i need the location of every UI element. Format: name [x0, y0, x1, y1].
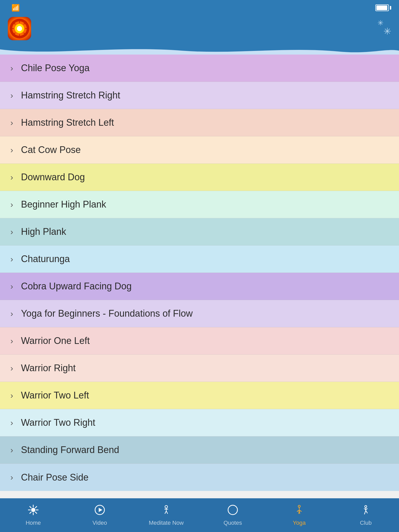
chevron-icon: ›	[10, 172, 13, 182]
item-label: Yoga for Beginners - Foundations of Flow	[21, 308, 193, 319]
tab-video[interactable]: Video	[66, 504, 133, 526]
item-label: Hamstring Stretch Right	[21, 90, 120, 101]
wifi-icon: 📶	[11, 4, 20, 12]
home-label: Home	[26, 520, 41, 526]
tab-bar: Home Video Meditate Now Quotes Yoga Club	[0, 498, 399, 532]
svg-point-23	[165, 506, 168, 508]
status-right	[372, 4, 391, 11]
item-label: Beginner High Plank	[21, 199, 106, 210]
list-item[interactable]: › Chaturunga	[0, 245, 399, 273]
list-item[interactable]: › Standing Forward Bend	[0, 436, 399, 464]
home-icon	[28, 504, 39, 517]
chevron-icon: ›	[10, 254, 13, 264]
list-item[interactable]: › Chile Pose Yoga	[0, 55, 399, 82]
svg-line-17	[30, 506, 31, 508]
header-stars: ✳ ✳	[377, 21, 391, 36]
svg-line-13	[35, 512, 37, 514]
item-label: Chair Pose Side	[21, 472, 89, 483]
chevron-icon: ›	[10, 391, 13, 400]
chevron-icon: ›	[10, 91, 13, 100]
chevron-icon: ›	[10, 418, 13, 428]
item-label: Standing Forward Bend	[21, 444, 119, 455]
list-item[interactable]: › Chair Pose Side	[0, 464, 399, 491]
item-label: Cat Cow Pose	[21, 144, 81, 155]
item-label: Chile Pose Yoga	[21, 63, 90, 74]
status-left: 📶	[8, 4, 20, 12]
quotes-label: Quotes	[224, 520, 242, 526]
list-item[interactable]: › High Plank	[0, 218, 399, 245]
yoga-list: › Chile Pose Yoga › Hamstring Stretch Ri…	[0, 55, 399, 498]
yoga-label: Yoga	[293, 520, 305, 526]
meditate-now-icon	[161, 504, 172, 517]
chevron-icon: ›	[10, 336, 13, 346]
item-label: Downward Dog	[21, 172, 85, 183]
chevron-icon: ›	[10, 363, 13, 373]
list-item[interactable]: › Cat Cow Pose	[0, 136, 399, 164]
chevron-icon: ›	[10, 145, 13, 155]
list-item[interactable]: › Cobra Upward Facing Dog	[0, 273, 399, 300]
list-item[interactable]: › Warrior Two Right	[0, 409, 399, 436]
list-item[interactable]: › Downward Dog	[0, 164, 399, 191]
list-item[interactable]: › Yoga for Beginners - Foundations of Fl…	[0, 300, 399, 327]
chevron-icon: ›	[10, 200, 13, 209]
chevron-icon: ›	[10, 473, 13, 482]
svg-point-20	[31, 508, 35, 512]
list-item[interactable]: › Warrior Right	[0, 355, 399, 382]
video-label: Video	[92, 520, 107, 526]
item-label: Warrior Two Left	[21, 390, 89, 401]
svg-line-15	[30, 512, 31, 514]
club-label: Club	[360, 520, 371, 526]
tab-home[interactable]: Home	[0, 504, 66, 526]
list-item[interactable]: › Warrior Two Left	[0, 382, 399, 409]
app-logo	[8, 17, 31, 40]
item-label: Warrior Two Right	[21, 417, 95, 428]
svg-marker-22	[99, 508, 102, 512]
item-label: Hamstring Stretch Left	[21, 117, 114, 128]
tab-club[interactable]: Club	[332, 504, 399, 526]
chevron-icon: ›	[10, 445, 13, 455]
item-label: Warrior One Left	[21, 335, 90, 346]
chevron-icon: ›	[10, 227, 13, 237]
list-item[interactable]: › Warrior One Left	[0, 327, 399, 355]
star-icon-small: ✳	[377, 19, 383, 27]
list-item[interactable]: › Hamstring Stretch Left	[0, 109, 399, 136]
svg-point-24	[228, 505, 237, 515]
tab-meditate-now[interactable]: Meditate Now	[133, 504, 200, 526]
list-item[interactable]: › Hamstring Stretch Right	[0, 82, 399, 109]
chevron-icon: ›	[10, 282, 13, 291]
svg-point-3	[17, 26, 22, 31]
quotes-icon	[227, 504, 238, 517]
status-bar: 📶	[0, 0, 399, 16]
item-label: High Plank	[21, 226, 66, 237]
header: ✳ ✳	[0, 16, 399, 42]
club-icon	[360, 504, 371, 517]
yoga-icon	[294, 504, 305, 517]
battery-icon	[375, 4, 391, 11]
item-label: Warrior Right	[21, 363, 76, 374]
item-label: Chaturunga	[21, 254, 70, 264]
item-label: Cobra Upward Facing Dog	[21, 281, 132, 292]
video-icon	[94, 504, 105, 517]
chevron-icon: ›	[10, 309, 13, 318]
svg-line-19	[35, 506, 37, 508]
chevron-icon: ›	[10, 63, 13, 73]
tab-quotes[interactable]: Quotes	[200, 504, 266, 526]
chevron-icon: ›	[10, 118, 13, 128]
meditate-now-label: Meditate Now	[149, 520, 184, 526]
wave-divider	[0, 42, 399, 55]
list-item[interactable]: › Beginner High Plank	[0, 191, 399, 218]
tab-yoga[interactable]: Yoga	[266, 504, 332, 526]
star-icon-large: ✳	[383, 27, 391, 36]
